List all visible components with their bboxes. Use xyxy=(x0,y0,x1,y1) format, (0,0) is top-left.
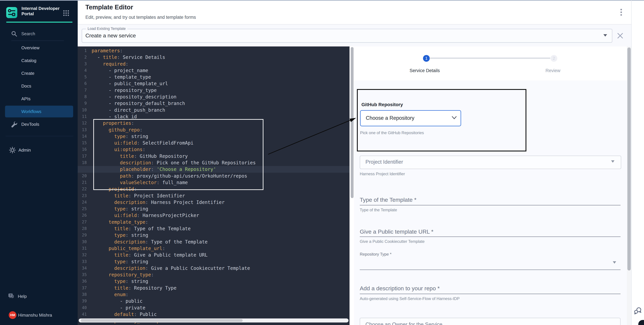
step-1-label: Service Details xyxy=(410,68,440,73)
sidebar-item-apis[interactable]: APIs xyxy=(21,96,30,101)
user-name[interactable]: Himanshu Mishra xyxy=(18,313,52,318)
template-type-helper: Type of the Template xyxy=(360,208,397,212)
public-url-helper: Give a Public Cookiecutter Template xyxy=(360,239,424,244)
sidebar-item-create[interactable]: Create xyxy=(21,71,34,76)
step-2-circle[interactable]: 2 xyxy=(550,55,557,62)
svg-text:?: ? xyxy=(10,294,12,297)
kebab-menu-icon[interactable] xyxy=(619,8,624,17)
window-top-strip xyxy=(0,0,644,1)
repo-description-helper: Auto-generated using Self-Service-Flow o… xyxy=(360,296,460,301)
annotation-box-form xyxy=(357,89,526,151)
user-avatar[interactable]: HM xyxy=(9,311,16,319)
sidebar-item-search[interactable]: Search xyxy=(21,31,35,36)
page-scrollbar-thumb[interactable] xyxy=(628,47,631,271)
repo-description-input[interactable] xyxy=(360,294,620,294)
select-caret-icon[interactable] xyxy=(604,34,607,36)
project-identifier-helper: Harness Project Identifier xyxy=(360,172,405,176)
sidebar-item-devtools[interactable]: DevTools xyxy=(21,122,39,127)
template-editor-page: Internal Developer Portal Search Overvie… xyxy=(0,0,644,325)
repository-type-label: Repository Type * xyxy=(360,252,392,257)
search-icon xyxy=(11,31,18,38)
editor-horizontal-scrollbar-thumb[interactable] xyxy=(81,319,243,322)
repo-description-label: Add a description to your repo * xyxy=(360,285,440,292)
sidebar-item-catalog[interactable]: Catalog xyxy=(21,58,36,63)
load-template-select[interactable] xyxy=(82,29,612,43)
project-identifier-placeholder: Project Identifier xyxy=(366,159,403,165)
chat-bubbles-icon[interactable] xyxy=(634,307,642,316)
stepper-connector xyxy=(430,58,550,58)
wrench-icon xyxy=(10,120,18,129)
template-type-label: Type of the Template * xyxy=(360,197,416,203)
annotation-box-code xyxy=(93,119,264,190)
sidebar-item-overview[interactable]: Overview xyxy=(21,45,40,50)
sidebar-accent-bar xyxy=(6,22,72,23)
brand-title: Internal Developer Portal xyxy=(22,6,64,16)
apps-grid-icon[interactable] xyxy=(63,10,70,16)
load-template-label: Load Existing Template xyxy=(86,26,127,31)
page-subtitle: Edit, preview, and try out templates and… xyxy=(86,15,196,20)
gear-icon xyxy=(9,147,16,154)
idp-logo xyxy=(6,7,17,18)
sidebar-item-docs[interactable]: Docs xyxy=(21,83,31,89)
owner-placeholder: Choose an Owner for the Service xyxy=(366,322,442,325)
right-rail xyxy=(632,1,644,325)
close-icon[interactable] xyxy=(617,32,624,40)
public-url-label: Give a Public template URL * xyxy=(360,228,434,235)
idp-logo-glyph xyxy=(6,7,17,18)
repository-type-caret-icon xyxy=(613,261,616,264)
load-template-value: Create a new service xyxy=(86,32,136,39)
repository-type-select[interactable] xyxy=(360,270,620,270)
template-type-input[interactable] xyxy=(360,205,620,205)
step-1-circle[interactable]: 1 xyxy=(423,55,430,62)
sidebar-divider-admin xyxy=(6,136,73,136)
sidebar-divider-search xyxy=(12,40,64,41)
help-icon: ? xyxy=(8,293,15,301)
public-url-input[interactable] xyxy=(360,237,620,237)
step-2-label: Review xyxy=(546,68,560,73)
page-title: Template Editor xyxy=(86,4,133,11)
sidebar: Internal Developer Portal Search Overvie… xyxy=(0,1,78,325)
annotation-arrow xyxy=(266,115,360,157)
project-identifier-caret-icon xyxy=(611,160,614,163)
sidebar-item-help[interactable]: Help xyxy=(18,294,27,299)
sidebar-item-workflows[interactable]: Workflows xyxy=(21,109,41,114)
sidebar-item-admin[interactable]: Admin xyxy=(18,148,31,153)
